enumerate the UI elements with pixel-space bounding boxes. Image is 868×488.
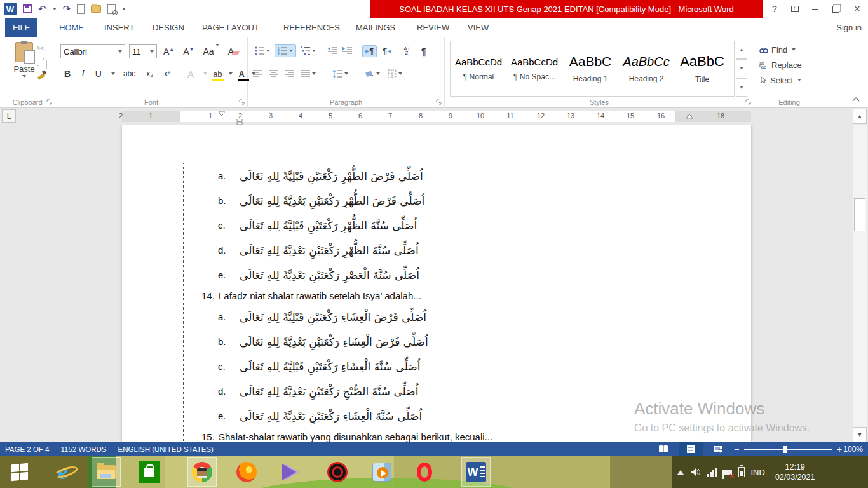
clipboard-dialog-launcher-icon[interactable] <box>46 99 53 105</box>
action-center-flag-icon[interactable]: ✕ <box>724 470 732 475</box>
answer-option[interactable]: c. اُصَلِّى سُنَّةَ الظُّهْرِ رَكْعَتَيْ… <box>184 213 691 238</box>
copy-icon[interactable] <box>37 58 44 66</box>
shrink-font-button[interactable]: A▼ <box>180 46 196 57</box>
document-page[interactable]: a. اُصَلِّى فَرْضَ الظُّهْرِ رَكْعَتَيْن… <box>122 125 751 442</box>
style-normal[interactable]: AaBbCcDd ¶ Normal <box>451 41 506 96</box>
right-to-left-button[interactable]: ¶◀ <box>379 45 394 57</box>
increase-indent-button[interactable] <box>341 46 353 56</box>
answer-option[interactable]: c. اُصَلِّى سُنَّةَ الْعِشَاءِ رَكْعَتَي… <box>184 354 691 379</box>
start-button[interactable] <box>5 458 34 487</box>
font-color-button[interactable]: A <box>238 69 244 79</box>
align-right-icon[interactable] <box>285 70 294 78</box>
find-button[interactable]: Find <box>754 42 824 57</box>
tab-mailings[interactable]: MAILINGS <box>348 18 403 37</box>
format-painter-icon[interactable] <box>37 71 46 79</box>
justify-button[interactable] <box>301 69 316 79</box>
taskbar-utility-app[interactable] <box>323 458 352 487</box>
styles-more-icon[interactable]: ▼ <box>736 78 747 97</box>
taskbar-firefox[interactable] <box>232 458 261 487</box>
zoom-thumb[interactable] <box>783 446 787 453</box>
bold-button[interactable]: B <box>62 68 73 79</box>
italic-button[interactable]: I <box>79 68 87 79</box>
volume-icon[interactable] <box>690 467 700 477</box>
answer-option[interactable]: e. اُصَلِّى سُنَّةَ الْعِشَاءِ رَكْعَتَي… <box>184 403 691 428</box>
cut-icon[interactable]: ✂ <box>37 43 46 53</box>
sign-in-link[interactable]: Sign in <box>836 18 862 37</box>
strikethrough-button[interactable]: abc <box>121 69 138 79</box>
taskbar-store[interactable] <box>135 458 164 487</box>
borders-button[interactable] <box>387 69 403 79</box>
print-layout-button[interactable] <box>679 442 703 456</box>
answer-option[interactable]: e. اُصَلِّى سُنَّةَ الْعَصْرِ رَكْعَتَيْ… <box>184 262 691 287</box>
network-signal-icon[interactable] <box>707 468 717 477</box>
page-indicator[interactable]: PAGE 2 OF 4 <box>5 445 49 453</box>
shading-button[interactable] <box>364 69 381 79</box>
styles-scroll-up-icon[interactable]: ▲ <box>736 41 747 59</box>
select-button[interactable]: Select <box>754 72 824 88</box>
answer-option[interactable]: a. اُصَلِّى فَرْضَ الْعِشَاءِ رَكْعَتَيْ… <box>184 304 691 329</box>
subscript-button[interactable]: x₂ <box>144 69 156 79</box>
tab-insert[interactable]: INSERT <box>97 18 142 37</box>
answer-option[interactable]: a. اُصَلِّى فَرْضَ الظُّهْرِ رَكْعَتَيْن… <box>184 163 691 188</box>
tab-home[interactable]: HOME <box>51 18 92 37</box>
redo-icon[interactable]: ↷ <box>63 3 71 15</box>
taskbar-media-player[interactable] <box>277 458 306 487</box>
replace-button[interactable]: abac Replace <box>754 57 824 72</box>
style-heading2[interactable]: AaBbCc Heading 2 <box>618 41 674 96</box>
zoom-level[interactable]: 100% <box>843 442 863 456</box>
open-icon[interactable] <box>91 5 101 13</box>
font-family-combo[interactable]: Calibri <box>60 44 125 58</box>
clock[interactable]: 12:19 02/03/2021 <box>775 462 815 482</box>
paragraph-dialog-launcher-icon[interactable] <box>436 99 442 105</box>
taskbar-word[interactable]: W <box>461 458 491 487</box>
input-language-indicator[interactable]: IND <box>751 468 765 477</box>
show-hidden-icons-button[interactable] <box>677 470 684 475</box>
tab-review[interactable]: REVIEW <box>409 18 457 37</box>
zoom-slider[interactable]: − + <box>734 442 842 456</box>
change-case-button[interactable]: Aa <box>201 46 222 57</box>
taskbar-internet-explorer[interactable]: e <box>48 458 78 487</box>
bullets-button[interactable] <box>253 44 272 57</box>
align-center-icon[interactable] <box>269 70 278 78</box>
taskbar-file-explorer[interactable] <box>92 458 121 487</box>
highlight-dropdown-icon[interactable] <box>229 72 233 75</box>
battery-icon[interactable] <box>738 467 745 477</box>
minimize-button[interactable] <box>806 0 825 18</box>
text-effects-button[interactable]: A <box>185 68 196 80</box>
decrease-indent-button[interactable] <box>327 46 339 56</box>
align-left-icon[interactable] <box>253 70 262 78</box>
answer-option[interactable]: d. اُصَلِّى سُنَّةَ الصُّبْحِ رَكْعَتَيْ… <box>184 379 691 403</box>
question-15[interactable]: 15. Shalat-shalat rawatib yang disunahka… <box>184 428 691 442</box>
grow-font-button[interactable]: A▲ <box>161 46 177 57</box>
tab-page-layout[interactable]: PAGE LAYOUT <box>194 18 267 37</box>
styles-dialog-launcher-icon[interactable] <box>745 99 752 105</box>
customize-qat-icon[interactable] <box>122 8 126 10</box>
style-title[interactable]: AaBbC Title <box>674 41 730 96</box>
new-document-icon[interactable] <box>77 4 85 14</box>
zoom-out-button[interactable]: − <box>734 444 739 454</box>
word-count[interactable]: 1152 WORDS <box>60 445 106 453</box>
right-indent-marker[interactable] <box>686 114 693 119</box>
tab-selector[interactable]: L <box>2 109 16 123</box>
web-layout-button[interactable] <box>706 442 730 456</box>
font-dialog-launcher-icon[interactable] <box>239 99 245 105</box>
style-heading1[interactable]: AaBbC Heading 1 <box>562 41 618 96</box>
collapse-ribbon-icon[interactable] <box>851 97 860 102</box>
undo-dropdown-icon[interactable] <box>53 8 57 10</box>
numbering-button[interactable]: 123 <box>275 44 296 57</box>
help-button[interactable]: ? <box>765 0 784 18</box>
print-preview-icon[interactable] <box>107 4 116 14</box>
tab-view[interactable]: VIEW <box>460 18 496 37</box>
hanging-indent-marker[interactable] <box>236 116 243 125</box>
left-to-right-button[interactable]: ▶¶ <box>362 45 377 57</box>
text-frame[interactable]: a. اُصَلِّى فَرْضَ الظُّهْرِ رَكْعَتَيْن… <box>183 163 691 442</box>
zoom-in-button[interactable]: + <box>837 444 842 454</box>
undo-icon[interactable]: ↶ <box>38 3 46 15</box>
line-spacing-button[interactable] <box>332 69 349 79</box>
style-no-spacing[interactable]: AaBbCcDd ¶ No Spac... <box>506 41 562 96</box>
close-button[interactable]: × <box>848 0 867 18</box>
ribbon-display-options-button[interactable] <box>785 0 804 18</box>
clear-formatting-button[interactable]: A <box>226 46 241 57</box>
restore-button[interactable] <box>826 0 845 18</box>
taskbar-chrome[interactable] <box>187 458 217 487</box>
